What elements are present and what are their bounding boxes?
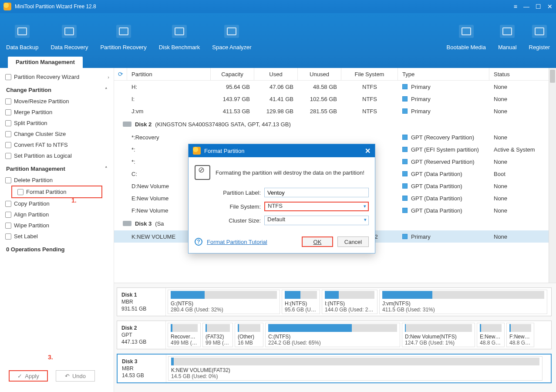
sidebar-item-copy-partition[interactable]: Copy Partition (0, 198, 114, 209)
partition-recovery-icon (116, 25, 131, 38)
type-color-icon (402, 96, 408, 101)
disk-map[interactable]: Disk 2GPT447.13 GBRecovery(NTFS)499 MB (… (117, 321, 552, 349)
disk-header[interactable]: Disk 2(KINGSTON SA400S37480G SATA, GPT, … (114, 117, 556, 131)
sidebar-item-set-label[interactable]: Set Label (0, 231, 114, 242)
disk-map[interactable]: Disk 1MBR931.51 GBG:(NTFS)280.4 GB (Used… (117, 287, 552, 316)
annotation-3: 3. (48, 354, 53, 361)
tool-data-backup[interactable]: Data Backup (0, 25, 44, 57)
action-icon (17, 189, 24, 195)
tool-bootable-media[interactable]: Bootable Media (441, 25, 492, 57)
disk-icon (123, 221, 131, 226)
col-used[interactable]: Used (254, 68, 298, 80)
disk-map[interactable]: Disk 3MBR14.53 GBK:NEW VOLUME(FAT32)14.5… (117, 354, 552, 383)
type-color-icon (402, 147, 408, 152)
tool-register[interactable]: Register (523, 25, 556, 57)
type-color-icon (402, 135, 408, 140)
help-icon[interactable]: ? (195, 238, 202, 246)
sidebar-item-format-partition[interactable]: Format Partition (11, 186, 102, 198)
action-icon (5, 233, 11, 240)
partition-box[interactable]: I:(NTFS)144.0 GB (Used: 28%) (322, 290, 377, 314)
type-color-icon (402, 208, 408, 213)
type-color-icon (402, 183, 408, 189)
filesystem-label: File System: (195, 203, 264, 210)
close-button[interactable]: ✕ (547, 3, 553, 10)
col-capacity[interactable]: Capacity (211, 68, 254, 80)
analyzer-icon (224, 25, 239, 38)
undo-button[interactable]: ↶Undo (56, 370, 95, 382)
sidebar-item-wipe-partition[interactable]: Wipe Partition (0, 220, 114, 231)
maximize-button[interactable]: ☐ (536, 3, 541, 10)
pending-operations-label: 0 Operations Pending (0, 242, 114, 257)
cancel-button[interactable]: Cancel (337, 237, 369, 247)
sidebar-item-change-cluster-size[interactable]: Change Cluster Size (0, 128, 114, 139)
tutorial-link[interactable]: Format Partition Tutorial (207, 239, 267, 245)
partition-box[interactable]: (Other)16 MB (235, 323, 263, 347)
action-icon (5, 212, 11, 218)
menu-icon[interactable]: ≡ (514, 3, 517, 10)
partition-row[interactable]: H:95.64 GB47.06 GB48.58 GBNTFSPrimaryNon… (114, 81, 556, 93)
col-type[interactable]: Type (398, 68, 489, 80)
filesystem-select[interactable]: NTFS (264, 202, 369, 211)
dialog-titlebar: Format Partition ✕ (189, 144, 375, 157)
grid-header: ⟳ Partition Capacity Used Unused File Sy… (114, 68, 556, 81)
action-icon (5, 201, 11, 207)
partition-row[interactable]: J:vm411.53 GB129.98 GB281.55 GBNTFSPrima… (114, 105, 556, 117)
disk-meta: Disk 2GPT447.13 GB (117, 321, 166, 349)
partition-box[interactable]: C:(NTFS)224.2 GB (Used: 65%) (265, 323, 400, 347)
partition-box[interactable]: Recovery(NTFS)499 MB (Used: 6%) (168, 323, 201, 347)
cluster-size-select[interactable]: Default (264, 216, 369, 225)
dialog-close-button[interactable]: ✕ (365, 147, 371, 155)
sidebar-group-change-partition[interactable]: Change Partition˄ (0, 82, 114, 96)
vertical-scrollbar[interactable] (549, 68, 556, 283)
sidebar-item-move-resize-partition[interactable]: Move/Resize Partition (0, 96, 114, 107)
col-filesystem[interactable]: File System (341, 68, 398, 80)
tool-manual[interactable]: Manual (492, 25, 523, 57)
col-status[interactable]: Status (489, 68, 556, 80)
recovery-icon (62, 25, 77, 38)
sidebar-item-align-partition[interactable]: Align Partition (0, 209, 114, 220)
warning-icon (195, 165, 210, 180)
tab-row: Partition Management (0, 57, 556, 68)
apply-button[interactable]: ✓Apply (9, 370, 48, 382)
sidebar-item-delete-partition[interactable]: Delete Partition (0, 175, 114, 186)
action-icon (5, 120, 11, 126)
sidebar-item-split-partition[interactable]: Split Partition (0, 118, 114, 128)
partition-box[interactable]: D:New Volume(NTFS)124.7 GB (Used: 1%) (402, 323, 475, 347)
col-unused[interactable]: Unused (298, 68, 341, 80)
partition-box[interactable]: J:vm(NTFS)411.5 GB (Used: 31%) (379, 290, 547, 314)
minimize-button[interactable]: — (523, 3, 529, 10)
partition-box[interactable]: (FAT32)99 MB (Used: 6%) (202, 323, 233, 347)
tool-partition-recovery[interactable]: Partition Recovery (94, 25, 152, 57)
partition-label-input[interactable] (264, 188, 369, 197)
refresh-button[interactable]: ⟳ (114, 68, 127, 80)
sidebar-item-convert-fat-to-ntfs[interactable]: Convert FAT to NTFS (0, 139, 114, 150)
sidebar-item-set-partition-as-logical[interactable]: Set Partition as Logical (0, 150, 114, 161)
action-icon (5, 153, 11, 159)
sidebar-group-partition-management[interactable]: Partition Management˄ (0, 161, 114, 175)
partition-box[interactable]: F:New Vol48.8 GB (U (506, 323, 534, 347)
chevron-up-icon: ˄ (105, 166, 108, 172)
partition-row[interactable]: *:RecoveryGPT (Recovery Partition)None (114, 131, 556, 143)
sidebar-partition-recovery-wizard[interactable]: Partition Recovery Wizard› (0, 71, 114, 82)
partition-box[interactable]: E:New Vol48.8 GB (U (477, 323, 505, 347)
tab-partition-management[interactable]: Partition Management (8, 57, 83, 68)
format-partition-dialog: Format Partition ✕ Formating the partiti… (188, 144, 375, 253)
type-color-icon (402, 108, 408, 114)
sidebar: Partition Recovery Wizard› Change Partit… (0, 68, 114, 392)
partition-box[interactable]: K:NEW VOLUME(FAT32)14.5 GB (Used: 0%) (168, 356, 543, 381)
tool-disk-benchmark[interactable]: Disk Benchmark (153, 25, 206, 57)
partition-row[interactable]: I:143.97 GB41.41 GB102.56 GBNTFSPrimaryN… (114, 93, 556, 105)
type-color-icon (402, 84, 408, 89)
tool-data-recovery[interactable]: Data Recovery (44, 25, 94, 57)
partition-box[interactable]: H:(NTFS)95.6 GB (Used: 49%) (282, 290, 320, 314)
action-icon (5, 131, 11, 137)
disk-meta: Disk 1MBR931.51 GB (117, 288, 166, 316)
tool-space-analyzer[interactable]: Space Analyzer (206, 25, 257, 57)
ok-button[interactable]: OK (302, 237, 333, 247)
wizard-icon (5, 74, 11, 80)
partition-box[interactable]: G:(NTFS)280.4 GB (Used: 32%) (168, 290, 280, 314)
col-partition[interactable]: Partition (127, 68, 211, 80)
sidebar-item-merge-partition[interactable]: Merge Partition (0, 107, 114, 118)
dialog-title: Format Partition (204, 148, 244, 154)
type-color-icon (402, 196, 408, 201)
